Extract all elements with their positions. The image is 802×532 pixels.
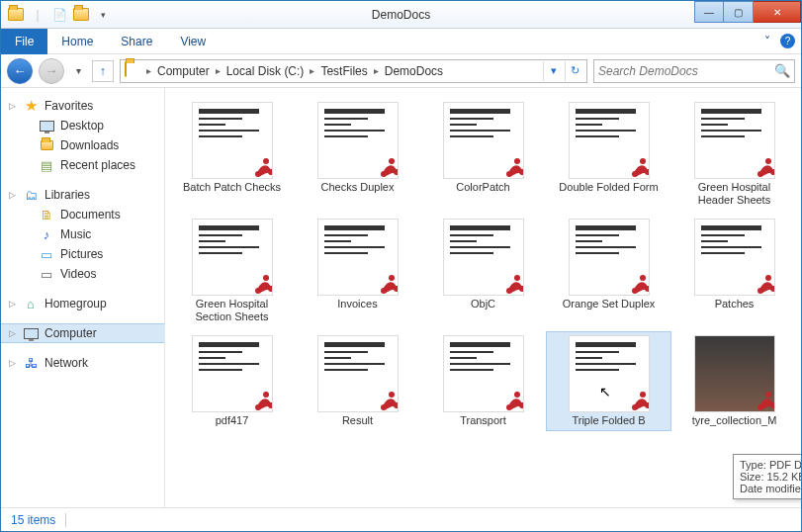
file-item[interactable]: ↖ Triple Folded B	[546, 331, 671, 431]
minimize-button[interactable]: —	[694, 1, 724, 23]
back-button[interactable]: ←	[7, 58, 33, 84]
file-thumbnail: ↖	[569, 335, 650, 412]
file-thumbnail	[694, 219, 775, 296]
sidebar-network[interactable]: ▷ 🖧 Network	[1, 353, 164, 373]
file-label: Batch Patch Checks	[183, 181, 281, 194]
close-button[interactable]: ✕	[754, 1, 801, 23]
sidebar-label: Libraries	[45, 188, 90, 202]
recent-icon: ▤	[39, 157, 54, 173]
item-count: 15 items	[11, 513, 55, 527]
file-item[interactable]: tyre_collection_M	[671, 331, 797, 431]
svg-point-39	[632, 404, 638, 410]
file-label: Green Hospital Section Sheets	[178, 298, 287, 323]
libraries-icon: 🗂	[23, 187, 39, 203]
recent-locations-dropdown[interactable]: ▾	[70, 60, 86, 82]
searchbox[interactable]: 🔍	[593, 59, 795, 83]
file-item[interactable]: Checks Duplex	[295, 98, 420, 211]
window-controls: — ▢ ✕	[694, 1, 801, 23]
file-label: tyre_collection_M	[692, 414, 777, 427]
caret-icon: ▷	[9, 190, 17, 200]
sidebar-item-label: Documents	[60, 208, 121, 222]
homegroup-icon: ⌂	[23, 296, 39, 311]
file-thumbnail	[443, 335, 524, 412]
svg-point-24	[632, 288, 638, 294]
tab-home[interactable]: Home	[47, 29, 107, 54]
star-icon: ★	[23, 98, 39, 114]
tab-share[interactable]: Share	[107, 29, 166, 54]
svg-point-38	[514, 392, 520, 398]
crumb-computer[interactable]: Computer	[153, 64, 214, 78]
chevron-down-icon[interactable]: ▾	[94, 6, 112, 24]
file-grid: Batch Patch Checks Checks Duplex ColorPa…	[169, 98, 797, 431]
sidebar-item-downloads[interactable]: Downloads	[1, 135, 164, 155]
file-thumbnail	[569, 102, 650, 179]
chevron-right-icon[interactable]: ▸	[144, 65, 153, 76]
sidebar-computer[interactable]: ▷ Computer	[1, 323, 164, 343]
chevron-right-icon[interactable]: ▸	[214, 65, 223, 76]
sidebar-item-music[interactable]: ♪ Music	[1, 224, 164, 244]
tab-view[interactable]: View	[166, 29, 220, 54]
quick-access-toolbar: | 📄 ▾	[1, 6, 112, 24]
pdf-icon	[252, 156, 273, 179]
sidebar-item-desktop[interactable]: Desktop	[1, 116, 164, 135]
file-item[interactable]: Invoices	[295, 215, 420, 327]
chevron-right-icon[interactable]: ▸	[308, 65, 316, 76]
file-thumbnail	[192, 219, 273, 296]
addressbar[interactable]: ▸ Computer ▸ Local Disk (C:) ▸ TestFiles…	[120, 59, 587, 83]
file-item[interactable]: Result	[295, 331, 420, 431]
crumb-localdisk[interactable]: Local Disk (C:)	[223, 64, 309, 78]
sidebar-homegroup[interactable]: ▷ ⌂ Homegroup	[1, 294, 164, 313]
help-icon[interactable]: ?	[780, 34, 795, 48]
file-item[interactable]: ColorPatch	[420, 98, 546, 211]
sidebar-favorites[interactable]: ▷ ★ Favorites	[1, 96, 164, 116]
crumb-demodocs[interactable]: DemoDocs	[381, 64, 447, 78]
titlebar: | 📄 ▾ DemoDocs — ▢ ✕	[1, 1, 801, 29]
search-icon[interactable]: 🔍	[774, 63, 790, 78]
up-button[interactable]: ↑	[92, 60, 114, 82]
sidebar-label: Computer	[45, 326, 97, 340]
new-folder-icon[interactable]	[72, 6, 90, 24]
file-item[interactable]: Green Hospital Section Sheets	[169, 215, 295, 327]
ribbon: File Home Share View ˅ ?	[1, 29, 801, 54]
refresh-button[interactable]: ↻	[565, 61, 584, 81]
navbar: ← → ▾ ↑ ▸ Computer ▸ Local Disk (C:) ▸ T…	[1, 54, 801, 88]
address-dropdown[interactable]: ▾	[543, 61, 563, 81]
file-label: ObjC	[471, 298, 495, 310]
sidebar-label: Homegroup	[45, 297, 107, 310]
pdf-icon	[252, 273, 273, 296]
svg-point-17	[263, 275, 269, 281]
search-input[interactable]	[598, 64, 774, 78]
file-item[interactable]: Patches	[671, 215, 797, 327]
properties-icon[interactable]: 📄	[50, 6, 68, 24]
sidebar-item-documents[interactable]: 🗎 Documents	[1, 205, 164, 224]
sidebar-item-pictures[interactable]: ▭ Pictures	[1, 244, 164, 264]
file-item[interactable]: pdf417	[169, 331, 295, 431]
svg-point-32	[263, 392, 269, 398]
pdf-icon	[629, 156, 650, 179]
file-item[interactable]: Green Hospital Header Sheets	[671, 98, 797, 211]
file-item[interactable]: Batch Patch Checks	[169, 98, 295, 211]
chevron-right-icon[interactable]: ▸	[372, 65, 381, 76]
content-pane[interactable]: Batch Patch Checks Checks Duplex ColorPa…	[165, 88, 801, 507]
window-title: DemoDocs	[372, 8, 430, 22]
file-item[interactable]: Transport	[420, 331, 546, 431]
file-label: Checks Duplex	[321, 181, 395, 194]
file-item[interactable]: Orange Set Duplex	[546, 215, 671, 327]
expand-ribbon-icon[interactable]: ˅	[758, 33, 776, 50]
svg-point-20	[389, 275, 395, 281]
sidebar-libraries[interactable]: ▷ 🗂 Libraries	[1, 185, 164, 205]
svg-point-6	[506, 171, 512, 177]
svg-point-2	[263, 158, 269, 164]
svg-point-44	[765, 392, 771, 398]
file-item[interactable]: ObjC	[420, 215, 546, 327]
pdf-icon	[755, 273, 775, 296]
maximize-button[interactable]: ▢	[724, 1, 754, 23]
pdf-icon	[503, 156, 524, 179]
sidebar-item-recent[interactable]: ▤ Recent places	[1, 155, 164, 175]
sidebar-item-videos[interactable]: ▭ Videos	[1, 264, 164, 284]
file-tab[interactable]: File	[1, 29, 47, 54]
caret-icon: ▷	[9, 299, 17, 309]
file-item[interactable]: Double Folded Form	[546, 98, 671, 211]
forward-button[interactable]: →	[39, 58, 64, 84]
crumb-testfiles[interactable]: TestFiles	[316, 64, 371, 78]
